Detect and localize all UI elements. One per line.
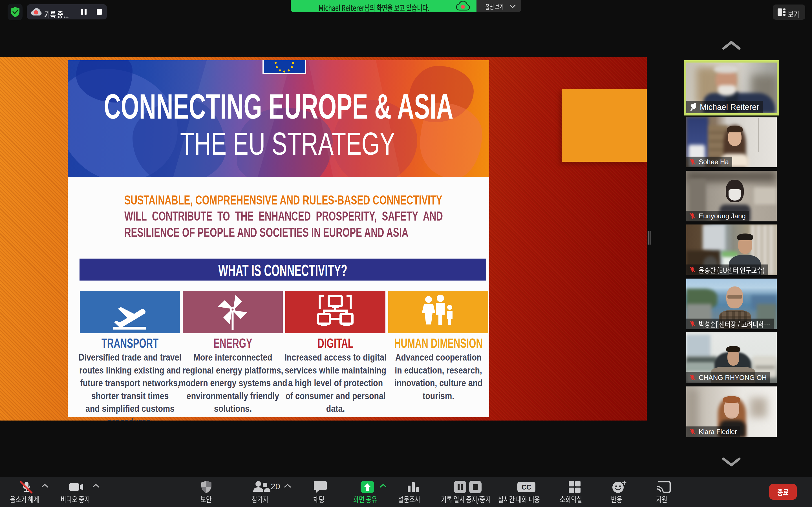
svg-text:CC: CC: [522, 483, 531, 491]
